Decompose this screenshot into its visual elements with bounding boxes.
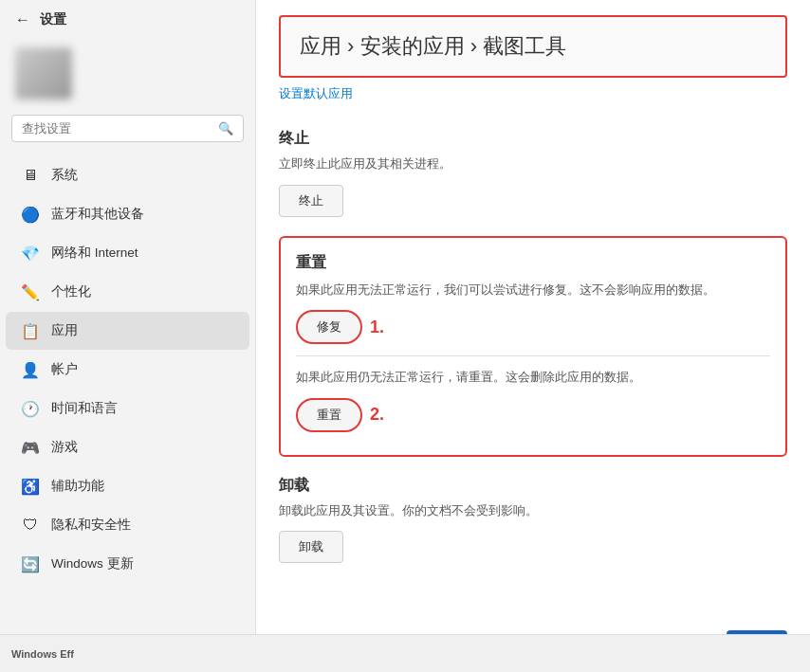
system-icon: 🖥: [21, 166, 40, 185]
sidebar-item-network[interactable]: 💎 网络和 Internet: [6, 234, 249, 272]
windows-eff-label: Windows Eff: [11, 648, 74, 660]
uninstall-button[interactable]: 卸载: [279, 531, 343, 563]
sidebar-item-apps[interactable]: 📋 应用: [6, 312, 249, 350]
sidebar-item-label: 游戏: [51, 439, 78, 456]
repair-area: 修复 1.: [296, 310, 770, 344]
divider: [296, 355, 770, 356]
nav-list: 🖥 系统 🔵 蓝牙和其他设备 💎 网络和 Internet ✏️ 个性化 📋 应…: [0, 155, 255, 672]
sidebar-item-label: Windows 更新: [51, 555, 134, 572]
sidebar-item-bluetooth[interactable]: 🔵 蓝牙和其他设备: [6, 195, 249, 233]
reset-title: 重置: [296, 253, 770, 273]
sidebar-item-accounts[interactable]: 👤 帐户: [6, 351, 249, 389]
reset-area: 重置 2.: [296, 398, 770, 432]
terminate-section: 终止 立即终止此应用及其相关进程。 终止: [256, 118, 810, 228]
annotation-mark-1: 1.: [370, 318, 384, 337]
sidebar-item-windows-update[interactable]: 🔄 Windows 更新: [6, 545, 249, 583]
main-content: 应用 › 安装的应用 › 截图工具 设置默认应用 终止 立即终止此应用及其相关进…: [256, 0, 810, 672]
terminate-button[interactable]: 终止: [279, 185, 343, 217]
sidebar-item-personalization[interactable]: ✏️ 个性化: [6, 273, 249, 311]
breadcrumb: 应用 › 安装的应用 › 截图工具: [279, 15, 787, 78]
annotation-mark-2: 2.: [370, 405, 384, 425]
reset-button[interactable]: 重置: [296, 398, 362, 432]
terminate-desc: 立即终止此应用及其相关进程。: [279, 154, 787, 173]
time-icon: 🕐: [21, 399, 40, 418]
sidebar-item-privacy[interactable]: 🛡 隐私和安全性: [6, 506, 249, 544]
bluetooth-icon: 🔵: [21, 205, 40, 224]
sidebar-item-label: 系统: [51, 167, 78, 184]
uninstall-desc: 卸载此应用及其设置。你的文档不会受到影响。: [279, 501, 787, 520]
breadcrumb-text: 应用 › 安装的应用 › 截图工具: [300, 34, 566, 58]
gaming-icon: 🎮: [21, 438, 40, 457]
reset-section: 重置 如果此应用无法正常运行，我们可以尝试进行修复。这不会影响应用的数据。 修复…: [279, 236, 787, 457]
sidebar-item-label: 蓝牙和其他设备: [51, 206, 144, 223]
back-button[interactable]: ←: [15, 11, 30, 28]
sidebar-item-time[interactable]: 🕐 时间和语言: [6, 390, 249, 427]
sidebar: ← 设置 🔍 🖥 系统 🔵 蓝牙和其他设备 💎 网络和 Internet ✏️ …: [0, 0, 256, 672]
repair-button[interactable]: 修复: [296, 310, 362, 344]
avatar: [15, 47, 72, 100]
sidebar-item-label: 个性化: [51, 283, 91, 300]
privacy-icon: 🛡: [21, 516, 40, 535]
sidebar-item-label: 时间和语言: [51, 400, 118, 417]
default-app-link[interactable]: 设置默认应用: [279, 85, 787, 102]
reset-desc: 如果此应用仍无法正常运行，请重置。这会删除此应用的数据。: [296, 368, 770, 387]
sidebar-item-gaming[interactable]: 🎮 游戏: [6, 428, 249, 466]
sidebar-item-label: 应用: [51, 322, 78, 339]
accounts-icon: 👤: [21, 360, 40, 379]
sidebar-title: 设置: [40, 11, 66, 28]
accessibility-icon: ♿: [21, 477, 40, 496]
search-input[interactable]: [22, 121, 212, 136]
search-icon: 🔍: [218, 121, 233, 136]
sidebar-item-label: 帐户: [51, 361, 78, 378]
uninstall-section: 卸载 卸载此应用及其设置。你的文档不会受到影响。 卸载: [256, 464, 810, 575]
windows-update-icon: 🔄: [21, 554, 40, 573]
bottom-bar: Windows Eff: [0, 634, 810, 672]
apps-icon: 📋: [21, 321, 40, 340]
network-icon: 💎: [21, 244, 40, 263]
uninstall-title: 卸载: [279, 476, 787, 496]
sidebar-header: ← 设置: [0, 0, 255, 40]
personalization-icon: ✏️: [21, 282, 40, 301]
sidebar-item-accessibility[interactable]: ♿ 辅助功能: [6, 467, 249, 505]
sidebar-item-label: 隐私和安全性: [51, 517, 131, 534]
search-box[interactable]: 🔍: [11, 115, 244, 142]
repair-desc: 如果此应用无法正常运行，我们可以尝试进行修复。这不会影响应用的数据。: [296, 281, 770, 300]
sidebar-item-label: 网络和 Internet: [51, 245, 138, 262]
terminate-title: 终止: [279, 129, 787, 149]
sidebar-item-label: 辅助功能: [51, 478, 104, 495]
sidebar-item-system[interactable]: 🖥 系统: [6, 156, 249, 194]
